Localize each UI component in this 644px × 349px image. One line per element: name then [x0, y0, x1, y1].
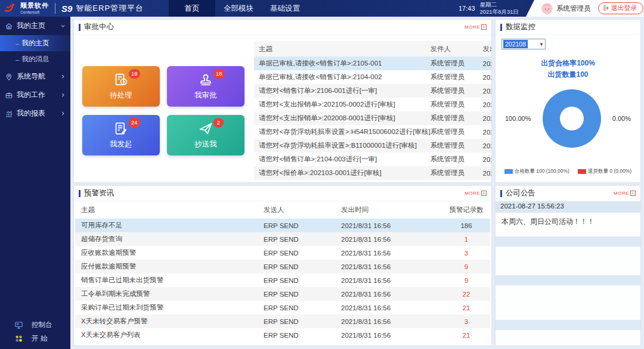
- data-monitor-title: 数据监控: [506, 22, 535, 32]
- sidebar-group-label: 我的工作: [17, 90, 45, 100]
- approval-row-7[interactable]: 请您对<存货浮动耗损率设置>:B11000001进行[审核]系统管理员2021/…: [254, 139, 491, 152]
- donut-right-label: 0.00%: [612, 115, 631, 122]
- legend-item-1: 合格数量 100 (100.00%): [504, 168, 569, 175]
- sidebar-footer-label: 控制台: [32, 320, 52, 329]
- alert-row-8[interactable]: X天未转交易客户预警ERP SEND2021/8/31 16:563: [75, 314, 490, 328]
- nav-tab-3[interactable]: 基础设置: [262, 0, 308, 17]
- main-nav: 首页全部模块基础设置: [169, 0, 308, 17]
- alert-row-subject: 应付账款逾期预警: [75, 262, 264, 271]
- platform-title: 智能ERP管理平台: [76, 3, 144, 14]
- approval-row-sender: 系统管理员: [431, 100, 483, 109]
- alert-row-time: 2021/8/31 16:56: [341, 318, 442, 325]
- alert-row-subject: 采购订单已过期未到货预警: [75, 303, 264, 312]
- approval-tile-3[interactable]: 我发起24: [82, 115, 160, 155]
- home-icon: [5, 22, 13, 30]
- sidebar-footer-item-2[interactable]: 开 始: [0, 332, 70, 345]
- approval-tile-2[interactable]: 我审批18: [167, 66, 244, 107]
- panel-announcements: 公司公告 MORE + 2021-08-27 15:56:23本周六、周日公司活…: [496, 186, 640, 345]
- approval-row-sender: 系统管理员: [431, 155, 483, 164]
- alert-row-6[interactable]: 工令单到期未完成预警ERP SEND2021/8/31 16:5622: [75, 287, 490, 301]
- announcement-placeholder-body-3: [496, 330, 640, 345]
- approval-row-2[interactable]: 单据已审核,请接收<销售订单>:2104-002系统管理员2021/8/5 16…: [254, 70, 491, 84]
- nav-tab-2[interactable]: 全部模块: [215, 0, 262, 17]
- sidebar-group-4[interactable]: 我的报表: [0, 104, 70, 123]
- announcement-time-1[interactable]: 2021-08-27 15:56:23: [496, 201, 640, 213]
- alert-row-subject: 工令单到期未完成预警: [75, 289, 264, 298]
- sidebar-subitem-label: 我的主页: [21, 39, 49, 48]
- sidebar-group-3[interactable]: 我的工作: [0, 86, 70, 104]
- alert-row-count: 9: [442, 277, 490, 284]
- tile-label: 待处理: [110, 91, 132, 101]
- alert-row-7[interactable]: 采购订单已过期未到货预警ERP SEND2021/8/31 16:5621: [75, 301, 490, 314]
- approval-row-sender: 系统管理员: [431, 127, 483, 136]
- alert-row-sender: ERP SEND: [264, 332, 341, 339]
- title-accent-bar: [500, 190, 502, 197]
- more-icon: +: [630, 191, 636, 196]
- sidebar-subitem-1-1[interactable]: –我的主页: [0, 35, 70, 51]
- logout-icon: [603, 5, 609, 11]
- approval-row-sender: 系统管理员: [431, 114, 483, 123]
- approval-row-1[interactable]: 单据已审核,请接收<销售订单>:2105-001系统管理员2021/8/14 1…: [254, 57, 491, 70]
- sidebar-subitem-label: 我的消息: [21, 55, 49, 64]
- brand-divider: [55, 3, 55, 14]
- approval-row-subject: 请您对<销售订单>:2104-003进行[一审]: [254, 155, 431, 164]
- legend-item-2: 退货数量 0 (0.00%): [578, 168, 631, 175]
- announcements-more-link[interactable]: MORE +: [614, 191, 636, 196]
- approval-row-4[interactable]: 请您对<支出报销单>:202105-0002进行[审核]系统管理员2021/5/…: [254, 98, 491, 111]
- alert-row-count: 1: [442, 236, 490, 243]
- alerts-title: 预警资讯: [84, 188, 114, 198]
- alert-row-3[interactable]: 应收账款逾期预警ERP SEND2021/8/31 16:563: [75, 246, 490, 260]
- alert-row-4[interactable]: 应付账款逾期预警ERP SEND2021/8/31 16:569: [75, 260, 490, 273]
- logout-button[interactable]: 退出登录: [598, 2, 643, 14]
- chevron-right-icon: [60, 110, 66, 118]
- approval-row-sender: 系统管理员: [431, 59, 483, 68]
- alert-row-5[interactable]: 销售订单已过期未出货预警ERP SEND2021/8/31 16:569: [75, 273, 490, 287]
- start-icon: [14, 334, 23, 343]
- legend-label: 合格数量 100 (100.00%): [515, 168, 569, 175]
- current-user-label: 系统管理员: [556, 4, 591, 13]
- dash-mark: –: [16, 40, 19, 47]
- approval-row-6[interactable]: 请您对<存货浮动耗损率设置>:H54R15006002进行[审核]系统管理员20…: [254, 125, 491, 139]
- s9-logo: S9: [61, 4, 72, 14]
- alert-row-count: 186: [442, 222, 490, 229]
- tile-label: 抄送我: [194, 139, 217, 149]
- alert-row-9[interactable]: X天未交易客户列表ERP SEND2021/8/31 16:5621: [75, 328, 490, 342]
- nav-tab-1[interactable]: 首页: [169, 0, 215, 17]
- alert-row-1[interactable]: 可用库存不足ERP SEND2021/8/31 16:56186: [75, 219, 490, 232]
- sidebar-group-2[interactable]: 系统导航: [0, 67, 70, 86]
- alerts-more-link[interactable]: MORE +: [465, 191, 487, 196]
- panel-alerts: 预警资讯 MORE + 主题 发送人 发出时间 预警记录数 可用库存不足ERP …: [74, 186, 491, 345]
- sidebar-footer-item-1[interactable]: 控制台: [0, 318, 70, 332]
- approval-row-9[interactable]: 请您对<报价单>:202103-0001进行[审核]系统管理员2021/3/3 …: [254, 166, 491, 180]
- approval-row-time: 2021/5/21 16:13: [483, 129, 491, 136]
- paper-plane-icon: [198, 121, 213, 136]
- sidebar-subitem-1-2[interactable]: –我的消息: [0, 51, 70, 67]
- approval-row-time: 2021/5/22 16:39: [483, 115, 491, 122]
- approval-row-sender: 系统管理员: [431, 86, 483, 95]
- approval-row-5[interactable]: 请您对<支出报销单>:202008-0001进行[审核]系统管理员2021/5/…: [254, 111, 491, 125]
- approval-row-8[interactable]: 请您对<销售订单>:2104-003进行[一审]系统管理员2021/4/23 1…: [254, 152, 491, 166]
- alert-row-sender: ERP SEND: [264, 318, 341, 325]
- avatar[interactable]: [541, 3, 553, 14]
- briefcase-icon: [5, 91, 13, 99]
- approval-tile-1[interactable]: 待处理19: [82, 66, 160, 107]
- sidebar-group-label: 我的报表: [17, 108, 45, 119]
- approval-row-subject: 请您对<报价单>:202103-0001进行[审核]: [254, 169, 431, 177]
- legend-swatch: [504, 169, 513, 174]
- alert-row-2[interactable]: 超储存货查询ERP SEND2021/8/31 16:561: [75, 232, 490, 246]
- approval-more-link[interactable]: MORE +: [465, 24, 487, 30]
- alert-row-sender: ERP SEND: [264, 291, 341, 298]
- approval-row-subject: 请您对<支出报销单>:202008-0001进行[审核]: [254, 114, 431, 123]
- approval-row-3[interactable]: 请您对<销售订单>:2106-001进行[一审]系统管理员2021/6/5 14…: [254, 84, 491, 98]
- approval-row-subject: 请您对<销售订单>:2106-001进行[一审]: [254, 86, 431, 95]
- alerts-table: 主题 发送人 发出时间 预警记录数 可用库存不足ERP SEND2021/8/3…: [74, 201, 491, 345]
- announcement-placeholder-bar-2: [496, 275, 640, 285]
- alert-row-count: 9: [442, 263, 490, 270]
- dash-mark: –: [16, 56, 19, 63]
- tile-count-badge: 2: [213, 118, 224, 127]
- sidebar-group-1[interactable]: 我的主页: [0, 17, 70, 35]
- alert-row-sender: ERP SEND: [264, 277, 341, 284]
- period-select[interactable]: 202108 ▼: [501, 39, 546, 49]
- approval-tile-4[interactable]: 抄送我2: [167, 115, 244, 155]
- alert-row-sender: ERP SEND: [264, 263, 341, 270]
